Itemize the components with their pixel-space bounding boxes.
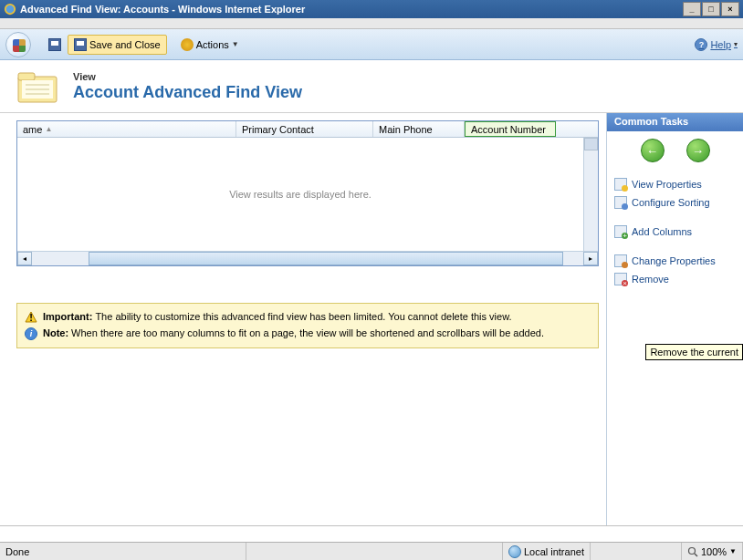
scroll-left-button[interactable]: ◂ [17, 252, 32, 265]
change-icon [614, 254, 627, 267]
chevron-down-icon: ▼ [232, 40, 239, 48]
page-supertitle: View [73, 71, 302, 82]
help-label: Help [710, 39, 731, 50]
window-title: Advanced Find View: Accounts - Windows I… [20, 4, 683, 15]
ie-icon [4, 3, 16, 16]
info-icon: i [25, 327, 37, 340]
note-text: Note:When there are too many columns to … [43, 327, 544, 338]
remove-icon [614, 273, 627, 285]
nav-forward-button[interactable]: → [686, 139, 710, 162]
svg-rect-2 [18, 73, 35, 80]
tooltip: Remove the current [645, 344, 743, 360]
important-text: Important:The ability to customize this … [43, 311, 512, 322]
vertical-scrollbar[interactable] [583, 138, 598, 251]
column-header-account-number[interactable]: Account Number [465, 121, 556, 137]
menu-bar-fragment [0, 18, 743, 29]
column-header-primary-contact[interactable]: Primary Contact [236, 121, 373, 137]
properties-icon [614, 178, 627, 191]
actions-icon [181, 38, 194, 51]
save-close-label: Save and Close [89, 39, 161, 50]
sort-asc-icon: ▲ [45, 125, 52, 133]
chevron-down-icon: ▼ [729, 547, 737, 555]
task-view-properties[interactable]: View Properties [612, 175, 738, 193]
task-configure-sorting[interactable]: Configure Sorting [612, 193, 738, 212]
folder-icon [16, 69, 58, 104]
save-button[interactable] [42, 35, 68, 55]
minimize-button[interactable]: _ [683, 2, 701, 16]
column-header-main-phone[interactable]: Main Phone [373, 121, 465, 137]
help-link[interactable]: ? Help ▾ [695, 38, 738, 51]
actions-label: Actions [196, 39, 229, 50]
status-text: Done [0, 543, 246, 560]
close-button[interactable]: × [721, 2, 739, 16]
grid-header: ame ▲ Primary Contact Main Phone Account… [17, 121, 598, 138]
nav-back-button[interactable]: ← [641, 139, 665, 162]
save-and-close-button[interactable]: Save and Close [68, 35, 167, 55]
actions-menu[interactable]: Actions ▼ [174, 35, 246, 55]
results-grid: ame ▲ Primary Contact Main Phone Account… [16, 120, 599, 266]
page-title: Account Advanced Find View [73, 83, 302, 102]
save-close-icon [74, 38, 87, 51]
help-icon: ? [695, 38, 707, 51]
app-logo [5, 32, 31, 57]
tasks-pane: Common Tasks ← → View Properties Configu… [606, 113, 743, 525]
magnifier-icon [687, 546, 698, 557]
globe-icon [508, 545, 521, 558]
task-change-properties[interactable]: Change Properties [612, 252, 738, 270]
toolbar: Save and Close Actions ▼ ? Help ▾ [0, 29, 743, 60]
grid-placeholder: View results are displayed here. [17, 138, 583, 251]
svg-text:!: ! [29, 312, 33, 323]
svg-point-9 [688, 547, 695, 554]
notice-box: ! Important:The ability to customize thi… [16, 303, 599, 348]
add-icon [614, 225, 627, 238]
protected-mode-cell [591, 543, 682, 560]
tasks-header: Common Tasks [607, 113, 743, 131]
svg-line-10 [695, 554, 697, 556]
zoom-control[interactable]: 100% ▼ [682, 543, 743, 560]
column-header-name[interactable]: ame ▲ [17, 121, 236, 137]
window-titlebar: Advanced Find View: Accounts - Windows I… [0, 0, 743, 18]
task-remove[interactable]: Remove [612, 270, 738, 288]
security-zone[interactable]: Local intranet [503, 543, 591, 560]
status-bar: Done Local intranet 100% ▼ [0, 542, 743, 560]
scroll-right-button[interactable]: ▸ [583, 252, 598, 265]
chevron-down-icon: ▾ [734, 40, 738, 48]
warning-icon: ! [25, 311, 37, 324]
page-header: View Account Advanced Find View [0, 60, 743, 113]
save-icon [48, 38, 61, 51]
svg-point-0 [5, 5, 16, 15]
sort-icon [614, 196, 627, 209]
horizontal-scrollbar[interactable] [32, 252, 583, 265]
task-add-columns[interactable]: Add Columns [612, 223, 738, 241]
maximize-button[interactable]: □ [702, 2, 720, 16]
